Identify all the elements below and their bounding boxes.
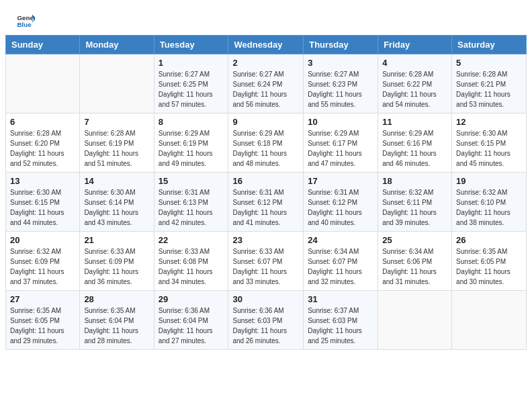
- weekday-header-wednesday: Wednesday: [228, 36, 304, 54]
- calendar-cell: 25 Sunrise: 6:34 AMSunset: 6:06 PMDaylig…: [378, 232, 452, 291]
- day-info: Sunrise: 6:36 AMSunset: 6:04 PMDaylight:…: [159, 307, 213, 345]
- calendar-cell: 27 Sunrise: 6:35 AMSunset: 6:05 PMDaylig…: [6, 291, 80, 350]
- calendar-body: 1 Sunrise: 6:27 AMSunset: 6:25 PMDayligh…: [6, 54, 527, 350]
- day-info: Sunrise: 6:29 AMSunset: 6:18 PMDaylight:…: [232, 130, 287, 167]
- calendar-cell: 26 Sunrise: 6:35 AMSunset: 6:05 PMDaylig…: [452, 232, 527, 291]
- day-info: Sunrise: 6:27 AMSunset: 6:23 PMDaylight:…: [308, 71, 362, 108]
- day-number: 31: [308, 294, 373, 304]
- calendar-cell: 29 Sunrise: 6:36 AMSunset: 6:04 PMDaylig…: [154, 291, 228, 350]
- day-number: 17: [308, 176, 373, 186]
- calendar-cell: 9 Sunrise: 6:29 AMSunset: 6:18 PMDayligh…: [228, 113, 304, 173]
- day-info: Sunrise: 6:35 AMSunset: 6:05 PMDaylight:…: [456, 248, 511, 285]
- weekday-header-sunday: Sunday: [6, 36, 80, 54]
- calendar-cell: 2 Sunrise: 6:27 AMSunset: 6:24 PMDayligh…: [228, 54, 304, 113]
- calendar-container: SundayMondayTuesdayWednesdayThursdayFrid…: [0, 35, 532, 355]
- calendar-cell: [378, 291, 452, 350]
- day-info: Sunrise: 6:33 AMSunset: 6:09 PMDaylight:…: [84, 248, 138, 285]
- calendar-cell: 15 Sunrise: 6:31 AMSunset: 6:13 PMDaylig…: [154, 173, 228, 232]
- calendar-cell: 20 Sunrise: 6:32 AMSunset: 6:09 PMDaylig…: [6, 232, 80, 291]
- calendar-cell: 28 Sunrise: 6:35 AMSunset: 6:04 PMDaylig…: [80, 291, 154, 350]
- weekday-header-saturday: Saturday: [452, 36, 527, 54]
- day-number: 26: [456, 235, 522, 245]
- day-info: Sunrise: 6:32 AMSunset: 6:10 PMDaylight:…: [456, 189, 511, 226]
- calendar-cell: 10 Sunrise: 6:29 AMSunset: 6:17 PMDaylig…: [304, 113, 378, 173]
- day-info: Sunrise: 6:27 AMSunset: 6:24 PMDaylight:…: [232, 71, 287, 108]
- logo: General Blue: [16, 11, 35, 30]
- day-info: Sunrise: 6:36 AMSunset: 6:03 PMDaylight:…: [232, 307, 287, 345]
- calendar-week-5: 27 Sunrise: 6:35 AMSunset: 6:05 PMDaylig…: [6, 291, 527, 350]
- day-number: 22: [159, 235, 224, 245]
- calendar-cell: 17 Sunrise: 6:31 AMSunset: 6:12 PMDaylig…: [304, 173, 378, 232]
- day-info: Sunrise: 6:32 AMSunset: 6:09 PMDaylight:…: [10, 248, 64, 285]
- weekday-header-monday: Monday: [80, 36, 154, 54]
- calendar-week-1: 1 Sunrise: 6:27 AMSunset: 6:25 PMDayligh…: [6, 54, 527, 113]
- svg-text:Blue: Blue: [17, 21, 32, 28]
- calendar-table: SundayMondayTuesdayWednesdayThursdayFrid…: [5, 35, 527, 350]
- day-info: Sunrise: 6:28 AMSunset: 6:22 PMDaylight:…: [382, 71, 437, 108]
- calendar-cell: 24 Sunrise: 6:34 AMSunset: 6:07 PMDaylig…: [304, 232, 378, 291]
- weekday-header-thursday: Thursday: [304, 36, 378, 54]
- day-info: Sunrise: 6:33 AMSunset: 6:07 PMDaylight:…: [232, 248, 287, 285]
- day-number: 1: [159, 58, 224, 68]
- weekday-header-friday: Friday: [378, 36, 452, 54]
- calendar-cell: [6, 54, 80, 113]
- day-number: 5: [456, 58, 522, 68]
- calendar-cell: 13 Sunrise: 6:30 AMSunset: 6:15 PMDaylig…: [6, 173, 80, 232]
- day-info: Sunrise: 6:37 AMSunset: 6:03 PMDaylight:…: [308, 307, 362, 345]
- day-info: Sunrise: 6:29 AMSunset: 6:17 PMDaylight:…: [308, 130, 362, 167]
- day-number: 2: [232, 58, 299, 68]
- calendar-week-4: 20 Sunrise: 6:32 AMSunset: 6:09 PMDaylig…: [6, 232, 527, 291]
- day-info: Sunrise: 6:28 AMSunset: 6:21 PMDaylight:…: [456, 71, 511, 108]
- calendar-cell: 1 Sunrise: 6:27 AMSunset: 6:25 PMDayligh…: [154, 54, 228, 113]
- day-number: 3: [308, 58, 373, 68]
- calendar-cell: 8 Sunrise: 6:29 AMSunset: 6:19 PMDayligh…: [154, 113, 228, 173]
- day-number: 29: [159, 294, 224, 304]
- calendar-cell: 14 Sunrise: 6:30 AMSunset: 6:14 PMDaylig…: [80, 173, 154, 232]
- day-info: Sunrise: 6:29 AMSunset: 6:19 PMDaylight:…: [159, 130, 213, 167]
- day-info: Sunrise: 6:34 AMSunset: 6:06 PMDaylight:…: [382, 248, 437, 285]
- day-number: 10: [308, 117, 373, 127]
- day-number: 16: [232, 176, 299, 186]
- calendar-cell: 22 Sunrise: 6:33 AMSunset: 6:08 PMDaylig…: [154, 232, 228, 291]
- day-number: 15: [159, 176, 224, 186]
- page-header: General Blue: [0, 0, 532, 35]
- day-number: 27: [10, 294, 75, 304]
- calendar-week-3: 13 Sunrise: 6:30 AMSunset: 6:15 PMDaylig…: [6, 173, 527, 232]
- calendar-cell: 6 Sunrise: 6:28 AMSunset: 6:20 PMDayligh…: [6, 113, 80, 173]
- day-number: 30: [232, 294, 299, 304]
- calendar-cell: 23 Sunrise: 6:33 AMSunset: 6:07 PMDaylig…: [228, 232, 304, 291]
- calendar-cell: [452, 291, 527, 350]
- day-info: Sunrise: 6:28 AMSunset: 6:20 PMDaylight:…: [10, 130, 64, 167]
- weekday-header-row: SundayMondayTuesdayWednesdayThursdayFrid…: [6, 36, 527, 54]
- logo-icon: General Blue: [16, 11, 35, 30]
- calendar-cell: 31 Sunrise: 6:37 AMSunset: 6:03 PMDaylig…: [304, 291, 378, 350]
- day-info: Sunrise: 6:35 AMSunset: 6:05 PMDaylight:…: [10, 307, 64, 345]
- day-number: 13: [10, 176, 75, 186]
- day-info: Sunrise: 6:30 AMSunset: 6:14 PMDaylight:…: [84, 189, 138, 226]
- calendar-cell: 4 Sunrise: 6:28 AMSunset: 6:22 PMDayligh…: [378, 54, 452, 113]
- day-number: 4: [382, 58, 447, 68]
- day-info: Sunrise: 6:28 AMSunset: 6:19 PMDaylight:…: [84, 130, 138, 167]
- day-info: Sunrise: 6:27 AMSunset: 6:25 PMDaylight:…: [159, 71, 213, 108]
- day-number: 8: [159, 117, 224, 127]
- day-number: 11: [382, 117, 447, 127]
- day-number: 12: [456, 117, 522, 127]
- day-number: 19: [456, 176, 522, 186]
- day-info: Sunrise: 6:30 AMSunset: 6:15 PMDaylight:…: [10, 189, 64, 226]
- day-number: 24: [308, 235, 373, 245]
- day-info: Sunrise: 6:30 AMSunset: 6:15 PMDaylight:…: [456, 130, 511, 167]
- day-number: 7: [84, 117, 149, 127]
- calendar-cell: 19 Sunrise: 6:32 AMSunset: 6:10 PMDaylig…: [452, 173, 527, 232]
- calendar-week-2: 6 Sunrise: 6:28 AMSunset: 6:20 PMDayligh…: [6, 113, 527, 173]
- day-number: 9: [232, 117, 299, 127]
- calendar-cell: 12 Sunrise: 6:30 AMSunset: 6:15 PMDaylig…: [452, 113, 527, 173]
- calendar-cell: 16 Sunrise: 6:31 AMSunset: 6:12 PMDaylig…: [228, 173, 304, 232]
- calendar-cell: 18 Sunrise: 6:32 AMSunset: 6:11 PMDaylig…: [378, 173, 452, 232]
- weekday-header-tuesday: Tuesday: [154, 36, 228, 54]
- calendar-cell: 7 Sunrise: 6:28 AMSunset: 6:19 PMDayligh…: [80, 113, 154, 173]
- day-number: 14: [84, 176, 149, 186]
- day-info: Sunrise: 6:31 AMSunset: 6:12 PMDaylight:…: [232, 189, 287, 226]
- calendar-cell: 21 Sunrise: 6:33 AMSunset: 6:09 PMDaylig…: [80, 232, 154, 291]
- day-number: 18: [382, 176, 447, 186]
- day-info: Sunrise: 6:32 AMSunset: 6:11 PMDaylight:…: [382, 189, 437, 226]
